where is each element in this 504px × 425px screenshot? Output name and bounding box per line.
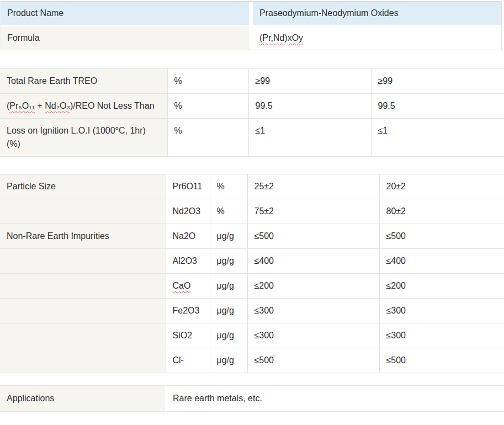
item-cell: Al2O3 bbox=[166, 249, 210, 274]
spec-value-2: ≤500 bbox=[386, 231, 406, 241]
spec-value-cell: ≥99 bbox=[371, 69, 504, 94]
spec-value-cell: 99.5 bbox=[371, 94, 504, 119]
spec-label: Total Rare Earth TREO bbox=[7, 76, 97, 86]
table-row: Cl- μg/g ≤500 ≤500 bbox=[0, 348, 504, 373]
spec-value-1: ≤400 bbox=[254, 256, 274, 265]
item-name: Al2O3 bbox=[173, 256, 197, 265]
spec-value-cell: ≤300 bbox=[247, 299, 379, 323]
spec-value-cell: 25±2 bbox=[247, 174, 379, 199]
product-name-label: Product Name bbox=[7, 8, 63, 18]
spec-value-cell: 99.5 bbox=[248, 94, 371, 119]
spec-value-1: 99.5 bbox=[256, 101, 273, 110]
spec-value-cell: ≥99 bbox=[248, 69, 371, 94]
unit-value: % bbox=[174, 126, 182, 135]
spec-value-1: ≤1 bbox=[256, 126, 266, 135]
applications-label: Applications bbox=[7, 394, 54, 403]
product-name-label-cell: Product Name bbox=[1, 2, 249, 25]
unit-value: μg/g bbox=[217, 256, 234, 265]
item-cell: SiO2 bbox=[166, 323, 210, 348]
table-row: CaO μg/g ≤200 ≤200 bbox=[0, 274, 504, 299]
formula-part-misspelled-2: xOy bbox=[288, 33, 303, 42]
formula-part-misspelled-1: (Pr,Nd bbox=[259, 33, 284, 42]
spec-value-2: 20±2 bbox=[386, 182, 406, 191]
group-label-cell bbox=[0, 249, 166, 274]
unit-value: % bbox=[174, 76, 182, 86]
spec-value-cell: ≤500 bbox=[247, 348, 379, 373]
spec-value-1: 25±2 bbox=[254, 182, 274, 191]
spec-value-2: ≤200 bbox=[386, 281, 406, 290]
unit-cell: μg/g bbox=[210, 249, 247, 274]
product-header-table: Product Name Praseodymium-Neodymium Oxid… bbox=[0, 1, 502, 50]
spec-value-cell: 20±2 bbox=[379, 174, 504, 199]
group-label-cell: Non-Rare Earth Impurities bbox=[0, 224, 166, 249]
unit-cell: % bbox=[210, 199, 247, 224]
spec-value-cell: ≤500 bbox=[379, 348, 504, 373]
unit-cell: % bbox=[167, 94, 248, 119]
spec-value-cell: ≤500 bbox=[379, 224, 504, 249]
spec-value-2: ≤400 bbox=[386, 256, 406, 265]
label-post: )/REO Not Less Than bbox=[70, 101, 155, 110]
applications-label-cell: Applications bbox=[0, 386, 166, 412]
table-row: SiO2 μg/g ≤300 ≤300 bbox=[0, 323, 504, 348]
spec-label-cell: (Pr₆O₁₁ + Nd₂O₃)/REO Not Less Than bbox=[0, 94, 167, 119]
unit-cell: μg/g bbox=[210, 299, 247, 323]
group-label: Non-Rare Earth Impurities bbox=[7, 231, 109, 241]
formula-value-cell: (Pr,Nd)xOy bbox=[249, 25, 501, 50]
table-row: Particle Size Pr6O11 % 25±2 20±2 bbox=[0, 174, 504, 199]
spec-value-cell: ≤300 bbox=[379, 299, 504, 323]
spec-label-cell: Loss on Ignition L.O.I (1000°C, 1hr) (%) bbox=[0, 119, 167, 157]
table-row: Al2O3 μg/g ≤400 ≤400 bbox=[0, 249, 504, 274]
spec-label: (Pr₆O₁₁ + Nd₂O₃)/REO Not Less Than bbox=[7, 101, 155, 110]
unit-value: μg/g bbox=[217, 231, 234, 241]
group-label-cell bbox=[0, 348, 166, 373]
unit-cell: % bbox=[167, 119, 248, 157]
group-label-cell bbox=[0, 274, 166, 299]
item-name: Nd2O3 bbox=[173, 206, 201, 216]
spec-value-cell: ≤200 bbox=[247, 274, 379, 299]
group-label-cell: Particle Size bbox=[0, 174, 166, 199]
group-label-cell bbox=[0, 299, 166, 323]
spec-value-cell: ≤400 bbox=[247, 249, 379, 274]
spec-value-1: ≤300 bbox=[254, 331, 274, 340]
spec-value-1: 75±2 bbox=[254, 206, 274, 216]
item-name: Pr6O11 bbox=[173, 182, 203, 191]
spec-value-2: ≤500 bbox=[386, 355, 406, 365]
unit-cell: % bbox=[210, 174, 247, 199]
unit-value: % bbox=[217, 206, 225, 216]
spec-value-1: ≤500 bbox=[254, 231, 274, 241]
table-row: (Pr₆O₁₁ + Nd₂O₃)/REO Not Less Than % 99.… bbox=[0, 94, 504, 119]
spec-value-cell: ≤1 bbox=[248, 119, 371, 157]
formula-value: (Pr,Nd)xOy bbox=[259, 33, 303, 42]
item-name: Cl- bbox=[173, 355, 184, 365]
applications-table: Applications Rare earth metals, etc. bbox=[0, 385, 504, 412]
spec-value-cell: ≤300 bbox=[379, 323, 504, 348]
unit-cell: μg/g bbox=[210, 323, 247, 348]
spec-label: Loss on Ignition L.O.I (1000°C, 1hr) (%) bbox=[7, 126, 146, 148]
group-label: Particle Size bbox=[7, 182, 56, 191]
composition-spec-table: Particle Size Pr6O11 % 25±2 20±2 Nd2O3 %… bbox=[0, 174, 504, 373]
unit-value: μg/g bbox=[217, 355, 234, 365]
spec-value-2: ≤1 bbox=[378, 126, 388, 135]
group-label-cell bbox=[0, 199, 166, 224]
spec-value-cell: 80±2 bbox=[379, 199, 504, 224]
table-row: Loss on Ignition L.O.I (1000°C, 1hr) (%)… bbox=[0, 119, 504, 157]
applications-value: Rare earth metals, etc. bbox=[173, 394, 262, 403]
product-name-value: Praseodymium-Neodymium Oxides bbox=[259, 8, 399, 18]
spec-value-2: ≥99 bbox=[378, 76, 393, 86]
applications-value-cell: Rare earth metals, etc. bbox=[166, 386, 504, 412]
formula-label-cell: Formula bbox=[1, 25, 249, 50]
spec-label-cell: Total Rare Earth TREO bbox=[0, 69, 167, 94]
table-row: Non-Rare Earth Impurities Na2O μg/g ≤500… bbox=[0, 224, 504, 249]
unit-value: % bbox=[174, 101, 182, 110]
unit-value: % bbox=[217, 182, 225, 191]
spec-value-2: ≤300 bbox=[386, 306, 406, 315]
formula-row: Formula (Pr,Nd)xOy bbox=[1, 25, 501, 50]
item-cell: Nd2O3 bbox=[166, 199, 210, 224]
item-name: Na2O bbox=[173, 231, 196, 241]
group-label-cell bbox=[0, 323, 166, 348]
product-name-row: Product Name Praseodymium-Neodymium Oxid… bbox=[1, 2, 501, 25]
spec-value-cell: ≤300 bbox=[247, 323, 379, 348]
item-cell: Na2O bbox=[166, 224, 210, 249]
table-row: Nd2O3 % 75±2 80±2 bbox=[0, 199, 504, 224]
unit-cell: μg/g bbox=[210, 274, 247, 299]
